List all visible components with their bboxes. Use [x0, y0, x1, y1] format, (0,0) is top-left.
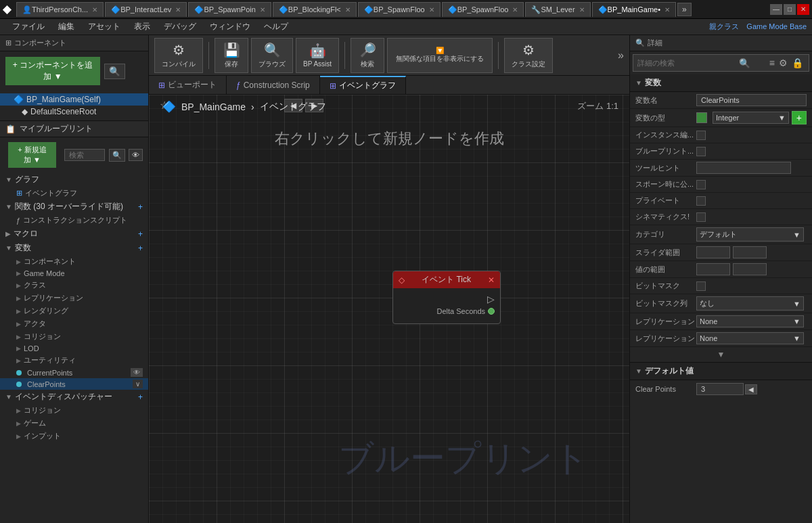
- spinner-button[interactable]: ◀: [745, 384, 757, 394]
- slider-min-input[interactable]: [696, 246, 730, 258]
- event-tick-node[interactable]: ◇ イベント Tick ✕ ▷ Delta Seconds: [392, 271, 501, 324]
- clear-points-input[interactable]: [696, 383, 744, 395]
- class-settings-button[interactable]: ⚙ クラス設定: [504, 38, 553, 73]
- tab-close[interactable]: ✕: [345, 6, 351, 14]
- tab-thirdperson[interactable]: 👤 ThirdPersonCh... ✕: [16, 2, 104, 17]
- tab-construction-script[interactable]: ƒ Construction Scrip: [227, 76, 320, 94]
- tooltip-input[interactable]: [696, 162, 791, 174]
- tab-close[interactable]: ✕: [92, 6, 97, 14]
- hide-button[interactable]: 🔽 無関係な項目を非表示にする: [387, 38, 493, 73]
- tab-bpspawnfloo1[interactable]: 🔷 BP_SpawnFloo ✕: [358, 2, 441, 17]
- bp-item-gamemode[interactable]: ▶ Game Mode: [0, 268, 148, 279]
- bp-item-collision[interactable]: ▶ コリジョン: [0, 330, 148, 343]
- bp-item-game[interactable]: ▶ ゲーム: [0, 417, 148, 430]
- value-min-input[interactable]: [696, 263, 730, 275]
- bp-item-utility[interactable]: ▶ ユーティリティ: [0, 354, 148, 367]
- bp-item-input[interactable]: ▶ インプット: [0, 430, 148, 442]
- bp-item-event-graph[interactable]: ⊞ イベントグラフ: [0, 187, 148, 200]
- mybp-search-input[interactable]: [64, 149, 105, 161]
- tab-viewport[interactable]: ⊞ ビューポート: [149, 76, 227, 94]
- menu-asset[interactable]: アセット: [81, 20, 127, 34]
- defaults-collapse-arrow[interactable]: ▼: [635, 367, 642, 375]
- bp-item-lod[interactable]: ▶ LOD: [0, 343, 148, 354]
- tab-bpmaingame[interactable]: 🔷 BP_MainGame• ✕: [592, 2, 676, 17]
- add-function-button[interactable]: +: [138, 202, 143, 212]
- tab-close[interactable]: ✕: [579, 6, 585, 14]
- tab-close[interactable]: ✕: [512, 6, 518, 14]
- eye-icon2[interactable]: ∨: [133, 380, 143, 388]
- list-view-button[interactable]: ≡: [768, 56, 776, 70]
- new-add-button[interactable]: + 新規追加 ▼: [8, 142, 56, 168]
- search-component-button[interactable]: 🔍: [104, 64, 125, 79]
- collapse-arrow[interactable]: ▼: [635, 79, 642, 87]
- settings-view-button[interactable]: ⚙: [777, 56, 789, 70]
- add-component-button[interactable]: + コンポーネントを追加 ▼: [5, 57, 100, 85]
- tree-item-defaultsceneroot[interactable]: ◆ DefaultSceneRoot: [0, 106, 148, 118]
- add-dispatcher-button[interactable]: +: [138, 392, 143, 402]
- cinematics-checkbox[interactable]: [696, 212, 706, 222]
- tab-close[interactable]: ✕: [175, 6, 181, 14]
- section-variables[interactable]: ▼ 変数 +: [0, 241, 148, 255]
- tab-close[interactable]: ✕: [260, 6, 265, 14]
- tab-overflow[interactable]: »: [677, 3, 692, 16]
- bpassist-button[interactable]: 🤖 BP Assist: [296, 38, 339, 73]
- details-search-input[interactable]: [637, 59, 739, 67]
- pin-circle[interactable]: [488, 308, 495, 315]
- replication2-dropdown[interactable]: None ▼: [696, 332, 804, 344]
- instance-editable-checkbox[interactable]: [696, 131, 706, 140]
- variable-name-input[interactable]: [696, 94, 807, 106]
- category-dropdown[interactable]: デフォルト ▼: [696, 227, 804, 242]
- lock-view-button[interactable]: 🔒: [790, 56, 805, 70]
- bp-item-clearpoints[interactable]: ClearPoints ∨: [0, 378, 148, 390]
- slider-max-input[interactable]: [733, 246, 767, 258]
- visibility-toggle-button[interactable]: 👁: [129, 149, 143, 161]
- section-event-dispatcher[interactable]: ▼ イベントディスパッチャー +: [0, 390, 148, 404]
- bp-item-collision2[interactable]: ▶ コリジョン: [0, 404, 148, 417]
- section-functions[interactable]: ▼ 関数 (30 オーバーライド可能) +: [0, 200, 148, 214]
- bitmask-checkbox[interactable]: [696, 281, 706, 291]
- tab-bpspawnfloo2[interactable]: 🔷 BP_SpawnFloo ✕: [442, 2, 524, 17]
- save-button[interactable]: 💾 保存: [215, 38, 248, 73]
- replication1-dropdown[interactable]: None ▼: [696, 315, 804, 327]
- tab-event-graph[interactable]: ⊞ イベントグラフ: [320, 76, 406, 94]
- search-button[interactable]: 🔎 検索: [351, 38, 384, 73]
- tab-close[interactable]: ✕: [429, 6, 434, 14]
- close-button[interactable]: ✕: [797, 4, 809, 15]
- bp-item-replication[interactable]: ▶ レプリケーション: [0, 292, 148, 304]
- bp-item-class[interactable]: ▶ クラス: [0, 279, 148, 292]
- graph-area[interactable]: ☆ ◀ ▶ 🔷 BP_MainGame › イベントグラフ ズーム 1:1 右ク…: [149, 95, 629, 523]
- expand-arrow[interactable]: ▼: [717, 350, 725, 359]
- eye-icon[interactable]: 👁: [131, 368, 143, 377]
- add-type-button[interactable]: +: [792, 111, 807, 124]
- tab-bpspawn[interactable]: 🔷 BP_SpawnPoin ✕: [188, 2, 271, 17]
- event-close-icon[interactable]: ✕: [488, 275, 495, 285]
- tab-bpblocking[interactable]: 🔷 BP_BlockingFl< ✕: [273, 2, 357, 17]
- section-graph[interactable]: ▼ グラフ: [0, 173, 148, 187]
- menu-file[interactable]: ファイル: [5, 20, 51, 34]
- bp-item-rendering[interactable]: ▶ レンダリング: [0, 304, 148, 317]
- menu-edit[interactable]: 編集: [51, 20, 81, 34]
- value-max-input[interactable]: [733, 263, 767, 275]
- delta-seconds-pin[interactable]: Delta Seconds: [399, 307, 495, 315]
- tab-close[interactable]: ✕: [664, 6, 670, 14]
- compile-button[interactable]: ⚙ コンパイル: [154, 38, 203, 73]
- menu-window[interactable]: ウィンドウ: [203, 20, 257, 34]
- menu-debug[interactable]: デバッグ: [157, 20, 203, 34]
- add-variable-button[interactable]: +: [138, 244, 143, 253]
- search-icon-button[interactable]: 🔍: [739, 58, 750, 68]
- add-macro-button[interactable]: +: [138, 229, 143, 239]
- execution-pin[interactable]: ▷: [399, 294, 495, 304]
- spawn-checkbox[interactable]: [696, 180, 706, 189]
- variable-type-dropdown[interactable]: Integer ▼: [713, 112, 789, 124]
- menu-help[interactable]: ヘルプ: [257, 20, 295, 34]
- bp-item-currentpoints[interactable]: CurrentPoints 👁: [0, 367, 148, 378]
- section-macros[interactable]: ▶ マクロ +: [0, 227, 148, 241]
- exec-arrow[interactable]: ▷: [487, 294, 495, 304]
- bp-item-actor[interactable]: ▶ アクタ: [0, 317, 148, 330]
- bitmask-enum-dropdown[interactable]: なし ▼: [696, 296, 804, 311]
- tree-item-bpmaingame[interactable]: 🔷 BP_MainGame(Self): [0, 93, 148, 106]
- bp-item-components[interactable]: ▶ コンポーネント: [0, 255, 148, 268]
- blueprint-readonly-checkbox[interactable]: [696, 147, 706, 156]
- bp-item-construction[interactable]: ƒ コンストラクションスクリプト: [0, 214, 148, 227]
- private-checkbox[interactable]: [696, 196, 706, 206]
